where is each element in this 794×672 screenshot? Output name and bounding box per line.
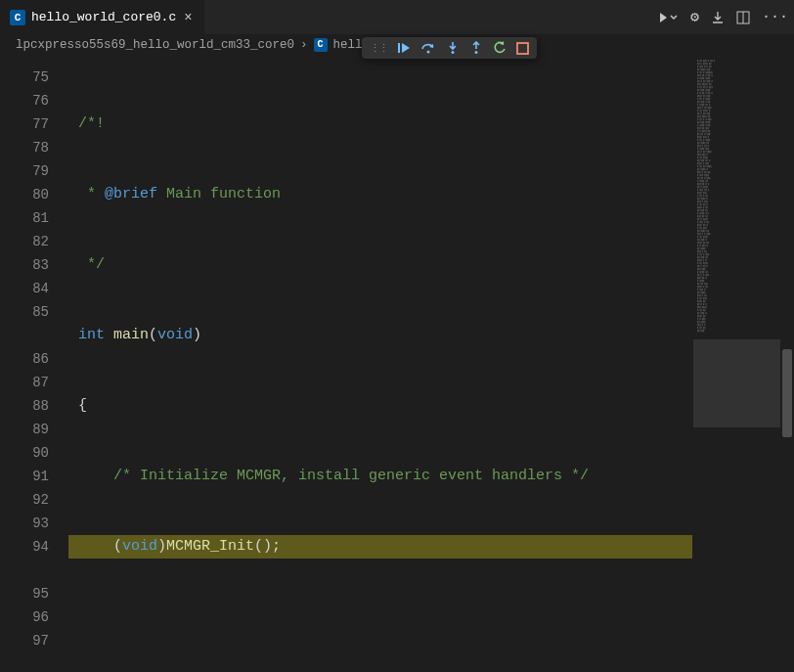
code-line bbox=[68, 605, 692, 629]
code-line: * @brief Main function bbox=[68, 183, 692, 206]
gear-icon[interactable]: ⚙ bbox=[690, 8, 699, 26]
line-number: 96 bbox=[0, 605, 68, 629]
line-number: 86 bbox=[0, 347, 68, 371]
line-number: 89 bbox=[0, 418, 68, 441]
editor-tab-active[interactable]: C hello_world_core0.c × bbox=[0, 0, 205, 34]
code-line: /*! bbox=[68, 112, 692, 136]
code-line: /* Initialize MCMGR, install generic eve… bbox=[68, 465, 692, 488]
close-icon[interactable]: × bbox=[182, 10, 194, 25]
breadcrumb-seg1[interactable]: lpcxpresso55s69_hello_world_cm33_core0 bbox=[16, 38, 294, 52]
debug-toolbar[interactable]: ⋮⋮ bbox=[362, 37, 537, 59]
vertical-scrollbar[interactable] bbox=[780, 56, 794, 672]
line-number: 97 bbox=[0, 629, 68, 652]
line-number: 90 bbox=[0, 441, 68, 465]
minimap-viewport[interactable] bbox=[693, 339, 780, 427]
code-line: */ bbox=[68, 253, 692, 277]
line-number: D 81 bbox=[0, 206, 68, 230]
code-area[interactable]: /*! * @brief Main function */ int main(v… bbox=[68, 56, 692, 672]
split-editor-icon[interactable] bbox=[736, 11, 750, 24]
continue-button[interactable] bbox=[397, 41, 411, 55]
svg-rect-6 bbox=[517, 43, 528, 54]
line-number: 88 bbox=[0, 394, 68, 418]
step-out-button[interactable] bbox=[469, 41, 483, 55]
line-number: 83 bbox=[0, 253, 68, 277]
svg-point-4 bbox=[452, 51, 455, 54]
line-number: 75 bbox=[0, 66, 68, 89]
line-number: 84 bbox=[0, 277, 68, 300]
minimap[interactable]: █ ██ ███ █ ██ ███ █ ████ ███ ███ █ █ ███… bbox=[692, 56, 780, 672]
restart-button[interactable] bbox=[493, 41, 507, 55]
line-number: 80 bbox=[0, 183, 68, 206]
code-line: int main(void) bbox=[68, 324, 692, 347]
line-number: 76 bbox=[0, 89, 68, 112]
step-over-button[interactable] bbox=[420, 41, 436, 55]
tab-bar: C hello_world_core0.c × ⚙ ··· bbox=[0, 0, 794, 34]
c-file-icon: C bbox=[10, 10, 25, 25]
drag-handle-icon[interactable]: ⋮⋮ bbox=[370, 42, 387, 55]
c-file-icon: C bbox=[314, 38, 328, 52]
line-number: 78 bbox=[0, 136, 68, 159]
scrollbar-thumb[interactable] bbox=[782, 349, 792, 437]
download-icon[interactable] bbox=[711, 11, 725, 24]
chevron-right-icon: › bbox=[300, 38, 308, 52]
line-number: 82 bbox=[0, 230, 68, 253]
more-actions-icon[interactable]: ··· bbox=[762, 9, 788, 25]
line-number bbox=[0, 559, 68, 582]
svg-rect-2 bbox=[398, 43, 400, 53]
line-number-gutter: 75 76 77 78 79 80 D 81 82 83 84 85 86 87… bbox=[0, 56, 68, 672]
code-line: { bbox=[68, 394, 692, 418]
svg-point-5 bbox=[475, 51, 478, 54]
code-line-current: (void)MCMGR_Init(); bbox=[68, 535, 692, 559]
line-number: 87 bbox=[0, 371, 68, 394]
editor-body: 75 76 77 78 79 80 D 81 82 83 84 85 86 87… bbox=[0, 56, 794, 672]
stop-button[interactable] bbox=[516, 42, 529, 55]
line-number bbox=[0, 324, 68, 347]
line-number: 77 bbox=[0, 112, 68, 136]
line-number: 85 bbox=[0, 300, 68, 324]
svg-point-3 bbox=[427, 51, 430, 54]
run-config-button[interactable] bbox=[659, 11, 679, 24]
line-number: 79 bbox=[0, 159, 68, 183]
line-number: 92 bbox=[0, 488, 68, 512]
tab-filename: hello_world_core0.c bbox=[31, 10, 176, 24]
minimap-content: █ ██ ███ █ ██ ███ █ ████ ███ ███ █ █ ███… bbox=[697, 60, 776, 333]
line-number bbox=[0, 652, 68, 672]
line-number: 91 bbox=[0, 465, 68, 488]
line-number: 94 bbox=[0, 535, 68, 559]
line-number: 93 bbox=[0, 512, 68, 535]
editor-actions: ⚙ ··· bbox=[659, 0, 788, 34]
step-into-button[interactable] bbox=[446, 41, 460, 55]
line-number: 95 bbox=[0, 582, 68, 605]
